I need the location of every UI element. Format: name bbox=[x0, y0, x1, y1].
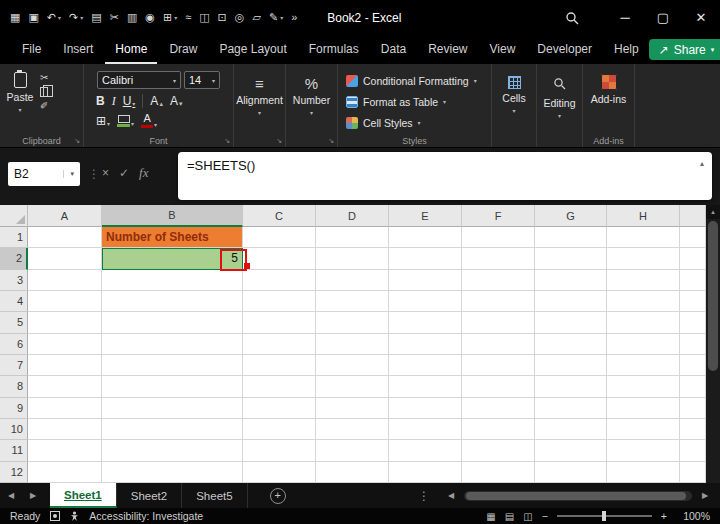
cell-c4[interactable] bbox=[243, 291, 316, 312]
alignment-group-button[interactable]: ≡ Alignment ▾ ↘ bbox=[234, 64, 286, 147]
cell-a9[interactable] bbox=[28, 398, 102, 419]
cell-a11[interactable] bbox=[28, 440, 102, 461]
row-header-1[interactable]: 1 bbox=[0, 227, 28, 248]
select-all-corner[interactable] bbox=[0, 205, 28, 227]
formula-bar-grip-icon[interactable]: ⋮ bbox=[88, 167, 100, 181]
cell-a4[interactable] bbox=[28, 291, 102, 312]
conditional-formatting-button[interactable]: Conditional Formatting▾ bbox=[346, 70, 477, 91]
cell-b1[interactable]: Number of Sheets bbox=[102, 227, 243, 248]
vertical-scrollbar-thumb[interactable] bbox=[708, 221, 718, 371]
scroll-left-icon[interactable]: ◀ bbox=[440, 491, 462, 500]
cell-b5[interactable] bbox=[102, 312, 243, 333]
cell-b3[interactable] bbox=[102, 270, 243, 291]
sheet-tab-menu-icon[interactable]: ⋮ bbox=[408, 489, 440, 503]
cut-icon[interactable]: ✂ bbox=[40, 73, 48, 83]
format-as-table-button[interactable]: Format as Table▾ bbox=[346, 91, 477, 112]
page-break-view-icon[interactable]: ◫ bbox=[523, 511, 532, 522]
cell-fill1[interactable] bbox=[680, 227, 706, 248]
column-header-e[interactable]: E bbox=[389, 205, 462, 227]
cell-h8[interactable] bbox=[607, 376, 680, 397]
cell-h4[interactable] bbox=[607, 291, 680, 312]
formula-input[interactable]: =SHEETS() ▴ bbox=[178, 152, 712, 200]
cell-d7[interactable] bbox=[316, 355, 389, 376]
cell-h11[interactable] bbox=[607, 440, 680, 461]
cell-h5[interactable] bbox=[607, 312, 680, 333]
search-icon[interactable] bbox=[552, 0, 592, 35]
cell-c3[interactable] bbox=[243, 270, 316, 291]
cell-g9[interactable] bbox=[535, 398, 607, 419]
cell-e10[interactable] bbox=[389, 419, 462, 440]
cell-g3[interactable] bbox=[535, 270, 607, 291]
font-size-combobox[interactable]: 14 ▾ bbox=[184, 71, 220, 89]
accessibility-icon[interactable] bbox=[70, 511, 79, 522]
name-box[interactable]: B2 ▾ bbox=[8, 162, 80, 186]
cell-f6[interactable] bbox=[462, 334, 535, 355]
cell-a7[interactable] bbox=[28, 355, 102, 376]
scroll-right-icon[interactable]: ▶ bbox=[694, 491, 716, 500]
cell-e4[interactable] bbox=[389, 291, 462, 312]
cell-b4[interactable] bbox=[102, 291, 243, 312]
pen-icon[interactable]: ✎▾ bbox=[265, 10, 287, 25]
view-icon[interactable]: ◉ bbox=[141, 10, 159, 25]
cell-e12[interactable] bbox=[389, 462, 462, 483]
cell-a2[interactable] bbox=[28, 248, 102, 269]
draw-icon[interactable]: ≈ bbox=[181, 10, 195, 25]
tab-view[interactable]: View bbox=[480, 35, 526, 64]
cell-fill3[interactable] bbox=[680, 270, 706, 291]
cell-f8[interactable] bbox=[462, 376, 535, 397]
sheet-tab-sheet1[interactable]: Sheet1 bbox=[50, 483, 117, 508]
redo-icon[interactable]: ↷▾ bbox=[65, 10, 87, 25]
cell-f3[interactable] bbox=[462, 270, 535, 291]
column-header-h[interactable]: H bbox=[607, 205, 680, 227]
document-icon[interactable]: ◫ bbox=[195, 10, 213, 25]
undo-icon[interactable]: ↶▾ bbox=[43, 10, 65, 25]
cell-fill6[interactable] bbox=[680, 334, 706, 355]
row-header-6[interactable]: 6 bbox=[0, 334, 28, 355]
cell-d9[interactable] bbox=[316, 398, 389, 419]
cell-c8[interactable] bbox=[243, 376, 316, 397]
cell-b6[interactable] bbox=[102, 334, 243, 355]
editing-group-button[interactable]: Editing ▾ bbox=[537, 64, 583, 147]
cell-c1[interactable] bbox=[243, 227, 316, 248]
cell-d2[interactable] bbox=[316, 248, 389, 269]
row-header-9[interactable]: 9 bbox=[0, 398, 28, 419]
cell-h9[interactable] bbox=[607, 398, 680, 419]
cell-a8[interactable] bbox=[28, 376, 102, 397]
row-header-10[interactable]: 10 bbox=[0, 419, 28, 440]
cell-styles-button[interactable]: Cell Styles▾ bbox=[346, 112, 477, 133]
column-header-d[interactable]: D bbox=[316, 205, 389, 227]
more-commands-icon[interactable]: » bbox=[287, 10, 301, 25]
cell-f12[interactable] bbox=[462, 462, 535, 483]
new-sheet-button[interactable]: + bbox=[270, 488, 286, 504]
page-layout-view-icon[interactable]: ▤ bbox=[505, 511, 514, 522]
underline-button[interactable]: U▾ bbox=[123, 95, 136, 107]
cell-a12[interactable] bbox=[28, 462, 102, 483]
font-name-combobox[interactable]: Calibri ▾ bbox=[97, 71, 181, 89]
fill-color-button[interactable]: ▾ bbox=[117, 115, 134, 127]
chart-icon[interactable]: ▥ bbox=[123, 10, 141, 25]
cell-fill8[interactable] bbox=[680, 376, 706, 397]
tab-data[interactable]: Data bbox=[371, 35, 416, 64]
cell-g11[interactable] bbox=[535, 440, 607, 461]
row-header-7[interactable]: 7 bbox=[0, 355, 28, 376]
cell-e3[interactable] bbox=[389, 270, 462, 291]
sheet-nav-right-icon[interactable]: ▶ bbox=[22, 483, 44, 508]
cell-f10[interactable] bbox=[462, 419, 535, 440]
row-header-5[interactable]: 5 bbox=[0, 312, 28, 333]
cell-f1[interactable] bbox=[462, 227, 535, 248]
cell-b10[interactable] bbox=[102, 419, 243, 440]
collapse-formula-bar-icon[interactable]: ▴ bbox=[700, 159, 704, 168]
cell-d11[interactable] bbox=[316, 440, 389, 461]
accessibility-status[interactable]: Accessibility: Investigate bbox=[89, 510, 203, 522]
cell-e5[interactable] bbox=[389, 312, 462, 333]
cell-b9[interactable] bbox=[102, 398, 243, 419]
tab-help[interactable]: Help bbox=[604, 35, 649, 64]
cell-a10[interactable] bbox=[28, 419, 102, 440]
zoom-level[interactable]: 100% bbox=[676, 510, 710, 522]
close-button[interactable]: ✕ bbox=[682, 0, 720, 35]
cell-g4[interactable] bbox=[535, 291, 607, 312]
zoom-slider[interactable] bbox=[557, 515, 652, 517]
sheet-tab-sheet2[interactable]: Sheet2 bbox=[117, 483, 182, 508]
cancel-icon[interactable]: × bbox=[102, 166, 109, 180]
cell-c12[interactable] bbox=[243, 462, 316, 483]
